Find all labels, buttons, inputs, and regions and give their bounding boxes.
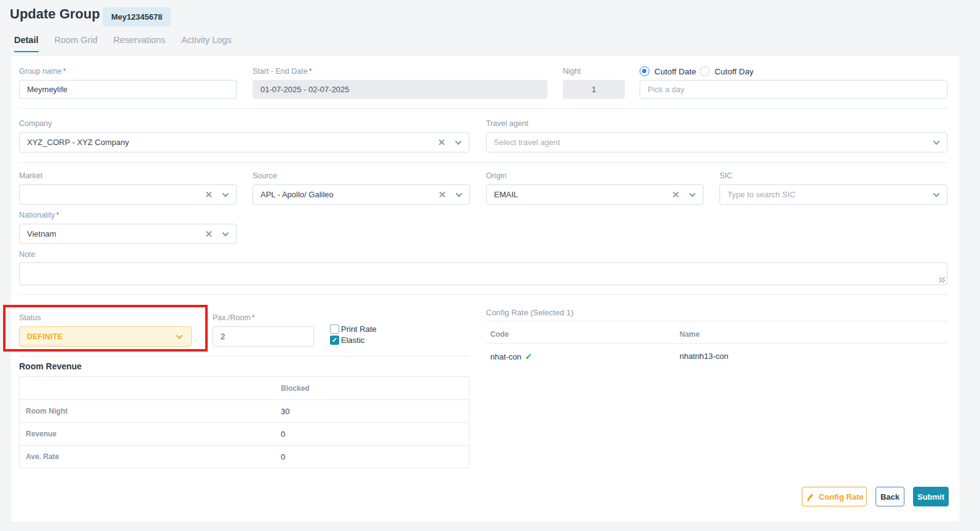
config-rate-col-name: Name bbox=[680, 330, 700, 339]
clear-icon[interactable]: ✕ bbox=[438, 189, 446, 200]
cutoff-day-radio-label: Cutoff Day bbox=[715, 67, 754, 76]
detail-form-card: Group name* Start - End Date* 01-07-2025… bbox=[10, 55, 960, 522]
date-range-input: 01-07-2025 - 02-07-2025 bbox=[253, 80, 547, 99]
chevron-down-icon[interactable] bbox=[221, 191, 230, 199]
clear-icon[interactable]: ✕ bbox=[205, 229, 213, 240]
divider bbox=[19, 108, 947, 109]
config-rate-row-code: nhat-con✓ bbox=[490, 352, 532, 361]
divider bbox=[19, 162, 947, 163]
submit-button[interactable]: Submit bbox=[913, 487, 949, 506]
night-input: 1 bbox=[563, 80, 625, 99]
divider bbox=[19, 294, 947, 295]
company-label: Company bbox=[19, 119, 52, 128]
row-label: Revenue bbox=[20, 430, 281, 438]
source-select[interactable]: APL - Apollo/ Galileo ✕ bbox=[253, 184, 470, 205]
origin-label: Origin bbox=[486, 171, 506, 180]
row-value: 0 bbox=[281, 452, 285, 462]
room-revenue-title: Room Revenue bbox=[19, 361, 82, 371]
print-rate-checkbox[interactable] bbox=[330, 324, 339, 334]
travel-agent-select[interactable]: Select travel agent bbox=[486, 132, 947, 152]
resize-handle-icon[interactable] bbox=[939, 277, 945, 283]
print-rate-checkbox-row: Print Rate bbox=[330, 324, 377, 334]
pick-a-day-input[interactable] bbox=[640, 80, 947, 99]
market-select[interactable]: ✕ bbox=[19, 184, 237, 205]
market-label: Market bbox=[19, 171, 42, 180]
sic-placeholder: Type to search SIC bbox=[727, 190, 932, 199]
travel-agent-placeholder: Select travel agent bbox=[494, 138, 932, 147]
row-value: 30 bbox=[281, 407, 289, 416]
tab-bar: Detail Room Grid Reservations Activity L… bbox=[14, 35, 232, 52]
nationality-label: Nationality* bbox=[19, 211, 59, 219]
blocked-column-header: Blocked bbox=[281, 384, 310, 393]
rate-pen-icon bbox=[806, 492, 815, 502]
cutoff-date-radio-label: Cutoff Date bbox=[654, 67, 696, 76]
page-title: Update Group bbox=[10, 6, 100, 22]
date-range-label: Start - End Date* bbox=[253, 67, 312, 76]
status-value: DEFINITE bbox=[27, 332, 175, 341]
row-label: Ave. Rate bbox=[20, 452, 281, 461]
origin-select[interactable]: EMAIL ✕ bbox=[486, 184, 704, 205]
elastic-checkbox[interactable] bbox=[330, 336, 339, 345]
chevron-down-icon[interactable] bbox=[175, 332, 184, 341]
status-label: Status bbox=[19, 313, 41, 322]
source-label: Source bbox=[253, 171, 277, 180]
print-rate-label: Print Rate bbox=[341, 324, 377, 334]
elastic-label: Elastic bbox=[341, 336, 364, 345]
check-icon: ✓ bbox=[525, 352, 533, 361]
table-header-row: Blocked bbox=[20, 377, 469, 399]
tab-activity-logs[interactable]: Activity Logs bbox=[181, 35, 231, 52]
note-textarea[interactable] bbox=[19, 262, 947, 285]
chevron-down-icon[interactable] bbox=[454, 138, 463, 147]
table-row: Ave. Rate 0 bbox=[20, 445, 469, 468]
back-button[interactable]: Back bbox=[876, 487, 904, 506]
cutoff-date-radio-row: Cutoff Date bbox=[640, 66, 696, 76]
source-value: APL - Apollo/ Galileo bbox=[261, 190, 438, 199]
pax-room-label: Pax./Room* bbox=[213, 313, 255, 322]
chevron-down-icon[interactable] bbox=[932, 138, 941, 147]
nationality-value: Vietnam bbox=[27, 229, 205, 238]
status-select[interactable]: DEFINITE bbox=[19, 326, 192, 347]
clear-icon[interactable]: ✕ bbox=[672, 189, 680, 200]
travel-agent-label: Travel agent bbox=[486, 119, 528, 128]
group-name-label: Group name* bbox=[19, 67, 66, 76]
company-select[interactable]: XYZ_CORP - XYZ Company ✕ bbox=[19, 132, 469, 152]
row-value: 0 bbox=[281, 430, 285, 439]
divider bbox=[486, 321, 947, 321]
clear-icon[interactable]: ✕ bbox=[205, 189, 213, 200]
note-label: Note bbox=[19, 250, 35, 259]
cutoff-day-radio-row: Cutoff Day bbox=[700, 66, 754, 76]
sic-select[interactable]: Type to search SIC bbox=[719, 184, 947, 205]
table-row: Room Night 30 bbox=[20, 399, 469, 422]
chevron-down-icon[interactable] bbox=[455, 191, 463, 199]
origin-value: EMAIL bbox=[494, 190, 672, 199]
row-label: Room Night bbox=[20, 407, 281, 415]
night-label: Night bbox=[563, 67, 581, 76]
chevron-down-icon[interactable] bbox=[932, 191, 941, 199]
config-rate-col-code: Code bbox=[490, 330, 509, 339]
clear-icon[interactable]: ✕ bbox=[437, 137, 445, 148]
chevron-down-icon[interactable] bbox=[221, 230, 230, 238]
cutoff-date-radio[interactable] bbox=[640, 66, 649, 76]
cutoff-day-radio[interactable] bbox=[700, 66, 710, 76]
room-revenue-table: Blocked Room Night 30 Revenue 0 Ave. Rat… bbox=[19, 376, 469, 468]
tab-detail[interactable]: Detail bbox=[14, 35, 39, 52]
tab-reservations[interactable]: Reservations bbox=[114, 35, 166, 52]
config-rate-row-name: nhatnh13-con bbox=[680, 352, 729, 361]
tab-room-grid[interactable]: Room Grid bbox=[55, 35, 98, 52]
group-code-badge: Mey12345678 bbox=[103, 7, 171, 26]
config-rate-button[interactable]: Config Rate bbox=[802, 487, 867, 506]
divider bbox=[486, 343, 947, 344]
config-rate-section-title: Config Rate (Selected 1) bbox=[486, 308, 573, 317]
group-name-input[interactable] bbox=[19, 80, 237, 99]
table-row: Revenue 0 bbox=[20, 422, 469, 445]
update-group-page: Update Group Mey12345678 Detail Room Gri… bbox=[0, 0, 980, 531]
pax-room-input[interactable] bbox=[213, 326, 314, 347]
divider bbox=[19, 356, 469, 356]
chevron-down-icon[interactable] bbox=[688, 191, 697, 199]
sic-label: SIC bbox=[719, 171, 732, 180]
nationality-select[interactable]: Vietnam ✕ bbox=[19, 224, 237, 244]
company-value: XYZ_CORP - XYZ Company bbox=[27, 138, 437, 147]
elastic-checkbox-row: Elastic bbox=[330, 336, 364, 345]
